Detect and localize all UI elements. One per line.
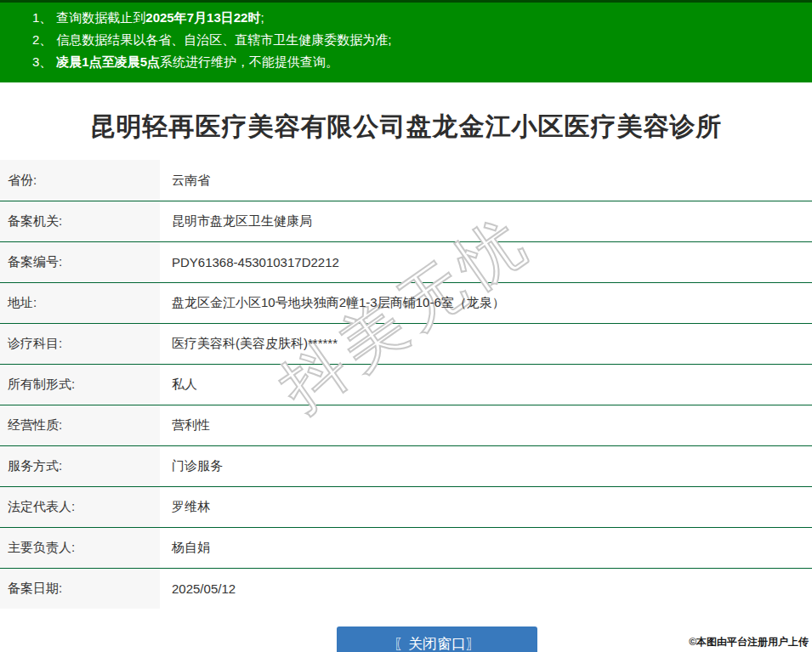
- row-value-text: 盘龙区金江小区10号地块独商2幢1-3层商铺10-6室（龙泉）: [172, 295, 505, 311]
- row-value: PDY61368-453010317D2212: [160, 242, 812, 282]
- notice-item: 3、凌晨1点至凌晨5点系统进行维护，不能提供查询。: [32, 51, 803, 73]
- page-title: 昆明轻再医疗美容有限公司盘龙金江小区医疗美容诊所: [0, 111, 812, 143]
- notice-item: 2、信息数据结果以各省、自治区、直辖市卫生健康委数据为准;: [32, 29, 803, 51]
- row-value-text: 罗维林: [172, 499, 210, 515]
- row-value-text: 云南省: [172, 173, 210, 189]
- notice-banner: 1、查询数据截止到2025年7月13日22时;2、信息数据结果以各省、自治区、直…: [0, 0, 812, 82]
- notice-item-text: 系统进行维护，不能提供查询。: [160, 54, 338, 69]
- notice-item-number: 2、: [32, 32, 52, 47]
- row-value: 昆明市盘龙区卫生健康局: [160, 201, 812, 241]
- row-label: 地址:: [0, 283, 160, 323]
- row-label: 所有制形式:: [0, 365, 160, 405]
- close-window-button[interactable]: 〖关闭窗口〗: [337, 626, 537, 652]
- row-label: 备案机关:: [0, 201, 160, 241]
- table-row: 所有制形式:私人: [0, 364, 812, 405]
- table-row: 主要负责人:杨自娟: [0, 527, 812, 568]
- row-label: 诊疗科目:: [0, 324, 160, 364]
- table-row: 备案机关:昆明市盘龙区卫生健康局: [0, 201, 812, 241]
- notice-list: 1、查询数据截止到2025年7月13日22时;2、信息数据结果以各省、自治区、直…: [0, 3, 812, 73]
- record-table: 省份:云南省备案机关:昆明市盘龙区卫生健康局备案编号:PDY61368-4530…: [0, 160, 812, 609]
- page: 1、查询数据截止到2025年7月13日22时;2、信息数据结果以各省、自治区、直…: [0, 0, 812, 652]
- row-value-text: 私人: [172, 377, 197, 393]
- notice-item-text-bold: 2025年7月13日22时: [145, 10, 260, 25]
- table-row: 备案编号:PDY61368-453010317D2212: [0, 241, 812, 282]
- row-label: 服务方式:: [0, 446, 160, 486]
- notice-item-text: 查询数据截止到: [56, 10, 145, 25]
- row-value: 罗维林: [160, 487, 812, 527]
- table-row: 备案日期:2025/05/12: [0, 568, 812, 609]
- row-value-text: 医疗美容科(美容皮肤科)******: [172, 336, 338, 352]
- row-value: 医疗美容科(美容皮肤科)******: [160, 324, 812, 364]
- table-row: 诊疗科目:医疗美容科(美容皮肤科)******: [0, 323, 812, 364]
- row-value: 杨自娟: [160, 528, 812, 568]
- row-value: 营利性: [160, 405, 812, 445]
- notice-item-number: 3、: [32, 54, 52, 69]
- table-row: 地址:盘龙区金江小区10号地块独商2幢1-3层商铺10-6室（龙泉）: [0, 282, 812, 323]
- row-label: 主要负责人:: [0, 528, 160, 568]
- row-value: 盘龙区金江小区10号地块独商2幢1-3层商铺10-6室（龙泉）: [160, 283, 812, 323]
- notice-item: 1、查询数据截止到2025年7月13日22时;: [32, 7, 803, 29]
- table-row: 经营性质:营利性: [0, 405, 812, 445]
- row-value-text: 昆明市盘龙区卫生健康局: [172, 213, 312, 230]
- row-value: 门诊服务: [160, 446, 812, 486]
- row-value-text: 2025/05/12: [172, 581, 236, 596]
- row-value-text: 门诊服务: [172, 458, 223, 474]
- row-label: 备案日期:: [0, 569, 160, 609]
- notice-item-text-bold: 凌晨1点至凌晨5点: [56, 54, 160, 69]
- row-value: 云南省: [160, 160, 812, 201]
- notice-item-text: ;: [260, 10, 264, 25]
- table-row: 省份:云南省: [0, 160, 812, 201]
- row-value-text: 营利性: [172, 417, 210, 434]
- row-label: 备案编号:: [0, 242, 160, 282]
- row-value: 2025/05/12: [160, 569, 812, 609]
- table-row: 法定代表人:罗维林: [0, 486, 812, 527]
- table-row: 服务方式:门诊服务: [0, 445, 812, 486]
- row-label: 经营性质:: [0, 405, 160, 445]
- row-label: 法定代表人:: [0, 487, 160, 527]
- row-value-text: PDY61368-453010317D2212: [172, 255, 339, 269]
- notice-item-text: 信息数据结果以各省、自治区、直辖市卫生健康委数据为准;: [56, 32, 391, 47]
- row-value-text: 杨自娟: [172, 540, 210, 556]
- notice-item-number: 1、: [32, 10, 52, 25]
- row-value: 私人: [160, 365, 812, 405]
- upload-credit-watermark: ©本图由平台注册用户上传: [689, 635, 809, 649]
- row-label: 省份:: [0, 160, 160, 201]
